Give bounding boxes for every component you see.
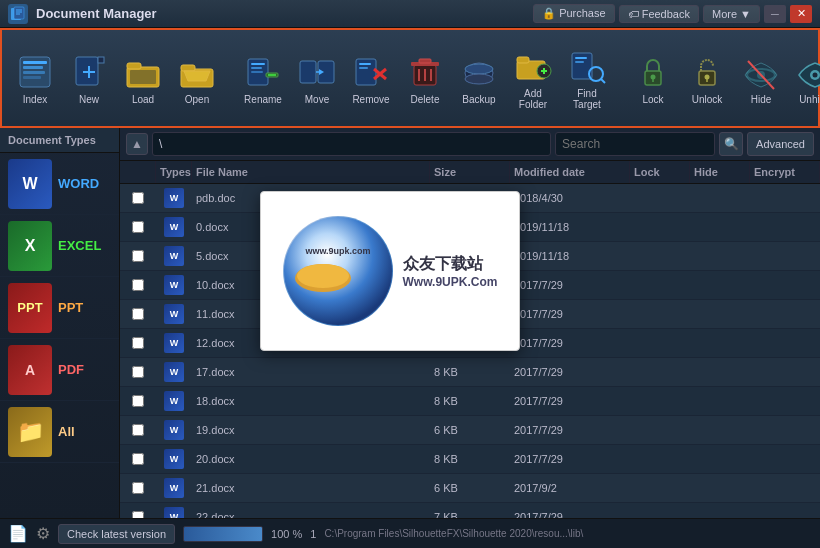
file-lock [630,194,690,202]
hide-button[interactable]: Hide [736,38,786,118]
file-type-icon: W [164,420,184,440]
file-type-icon: W [164,391,184,411]
row-checkbox[interactable] [132,453,144,465]
svg-rect-35 [359,67,368,69]
row-checkbox[interactable] [132,308,144,320]
search-input[interactable] [555,132,715,156]
svg-rect-48 [517,57,529,63]
search-button[interactable]: 🔍 [719,132,743,156]
file-size: 8 KB [430,391,510,411]
row-checkbox[interactable] [132,395,144,407]
th-types: Types [156,161,192,183]
file-encrypt [750,194,820,202]
settings-icon[interactable]: ⚙ [36,524,50,543]
delete-button[interactable]: Delete [400,38,450,118]
file-type-icon: W [164,275,184,295]
svg-rect-34 [359,63,371,65]
hide-label: Hide [751,94,772,105]
file-count: 1 [310,528,316,540]
load-button[interactable]: Load [118,38,168,118]
open-button[interactable]: Open [172,38,222,118]
doc-type-ppt[interactable]: PPT PPT [0,277,119,339]
doc-type-word[interactable]: W WORD [0,153,119,215]
close-button[interactable]: ✕ [790,5,812,23]
table-row[interactable]: W 20.docx 8 KB 2017/7/29 [120,445,820,474]
hide-icon [741,52,781,92]
file-type-icon: W [164,362,184,382]
row-checkbox[interactable] [132,279,144,291]
doc-type-all[interactable]: 📁 All [0,401,119,463]
row-checkbox[interactable] [132,424,144,436]
delete-label: Delete [411,94,440,105]
svg-rect-55 [575,57,587,59]
row-checkbox[interactable] [132,250,144,262]
advanced-button[interactable]: Advanced [747,132,814,156]
svg-rect-12 [98,57,104,63]
file-encrypt [750,368,820,376]
rename-label: Rename [244,94,282,105]
progress-bar [183,526,263,542]
th-lock: Lock [630,161,690,183]
backup-button[interactable]: Backup [454,38,504,118]
file-name: 20.docx [192,449,430,469]
pdf-type-icon: A [8,345,52,395]
remove-label: Remove [352,94,389,105]
index-button[interactable]: Index [10,38,60,118]
progress-fill [184,527,262,541]
table-row[interactable]: W 22.docx 7 KB 2017/7/29 [120,503,820,518]
svg-rect-23 [251,67,262,69]
rename-icon [243,52,283,92]
th-filename: File Name [192,161,430,183]
file-modified: 2019/11/18 [510,217,630,237]
panel-header: Document Types [0,128,119,153]
table-row[interactable]: W 18.docx 8 KB 2017/7/29 [120,387,820,416]
file-lock [630,484,690,492]
minimize-button[interactable]: ─ [764,5,786,23]
up-nav-button[interactable]: ▲ [126,133,148,155]
ppt-type-icon: PPT [8,283,52,333]
path-input[interactable] [152,132,551,156]
new-button[interactable]: New [64,38,114,118]
row-checkbox[interactable] [132,511,144,518]
more-button[interactable]: More ▼ [703,5,760,23]
file-type-icon: W [164,304,184,324]
th-checkbox [120,161,156,183]
row-checkbox[interactable] [132,337,144,349]
file-lock [630,368,690,376]
title-bar: Document Manager 🔒 Purchase 🏷 Feedback M… [0,0,820,28]
th-modified: Modified date [510,161,630,183]
watermark-overlay: www.9upk.com 众友下载站 Www.9UPK.Com [260,191,520,351]
file-hide [690,455,750,463]
feedback-button[interactable]: 🏷 Feedback [619,5,699,23]
table-row[interactable]: W 21.docx 6 KB 2017/9/2 [120,474,820,503]
lock-button[interactable]: Lock [628,38,678,118]
row-checkbox[interactable] [132,192,144,204]
file-lock [630,513,690,518]
doc-type-excel[interactable]: X EXCEL [0,215,119,277]
row-checkbox[interactable] [132,482,144,494]
unlock-button[interactable]: Unlock [682,38,732,118]
file-name: 19.docx [192,420,430,440]
svg-point-43 [465,64,493,74]
file-table: Types File Name Size Modified date Lock … [120,161,820,518]
check-version-button[interactable]: Check latest version [58,524,175,544]
table-header: Types File Name Size Modified date Lock … [120,161,820,184]
rename-button[interactable]: Rename [238,38,288,118]
move-button[interactable]: Move [292,38,342,118]
watermark-text1: 众友下载站 [403,254,498,275]
find-target-button[interactable]: Find Target [562,38,612,118]
unhide-button[interactable]: Unhide [790,38,820,118]
doc-type-pdf[interactable]: A PDF [0,339,119,401]
all-type-label: All [58,424,75,439]
file-name: 17.docx [192,362,430,382]
load-icon [123,52,163,92]
file-encrypt [750,397,820,405]
table-row[interactable]: W 19.docx 6 KB 2017/7/29 [120,416,820,445]
content-area: ▲ 🔍 Advanced Types File Name Size Modifi… [120,128,820,518]
table-row[interactable]: W 17.docx 8 KB 2017/7/29 [120,358,820,387]
add-folder-button[interactable]: Add Folder [508,38,558,118]
row-checkbox[interactable] [132,221,144,233]
purchase-button[interactable]: 🔒 Purchase [533,4,615,23]
row-checkbox[interactable] [132,366,144,378]
remove-button[interactable]: Remove [346,38,396,118]
